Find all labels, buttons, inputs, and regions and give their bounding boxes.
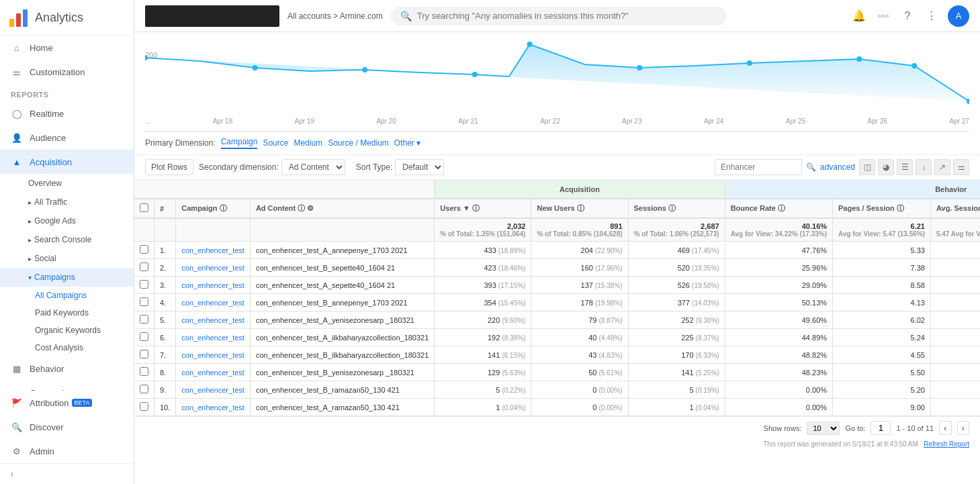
search-input[interactable] xyxy=(417,11,717,21)
dim-medium[interactable]: Medium xyxy=(294,138,322,148)
col-users[interactable]: Users ▼ ⓘ xyxy=(435,199,531,218)
col-campaign[interactable]: Campaign ⓘ xyxy=(176,199,251,218)
sidebar-item-search-console[interactable]: ▸Search Console xyxy=(0,230,134,249)
discover-label: Discover xyxy=(30,422,64,432)
apps-icon[interactable]: ◦◦◦ xyxy=(875,8,891,24)
notifications-icon[interactable]: 🔔 xyxy=(851,8,867,24)
row-checkbox[interactable] xyxy=(140,315,148,324)
row-num: 7. xyxy=(154,346,176,364)
sidebar-item-behavior[interactable]: ▩ Behavior xyxy=(0,356,134,381)
sidebar-item-social[interactable]: ▸Social xyxy=(0,249,134,268)
main-content: All accounts > Armine.com 🔍 🔔 ◦◦◦ ? ⋮ A … xyxy=(134,0,980,484)
enhancer-input[interactable] xyxy=(715,159,802,175)
col-settings-icon[interactable]: ⚙ xyxy=(307,204,314,212)
row-avg-duration: 00:02:33 xyxy=(930,364,980,381)
svg-rect-2 xyxy=(23,9,28,27)
row-campaign: con_enhencer_test xyxy=(176,294,251,311)
download-button[interactable]: ↓ xyxy=(916,159,932,175)
campaign-link[interactable]: con_enhencer_test xyxy=(181,334,244,342)
col-sessions[interactable]: Sessions ⓘ xyxy=(628,199,725,218)
sidebar-item-acquisition[interactable]: ▲ Acquisition xyxy=(0,150,134,174)
chart-x-label-4: Apr 21 xyxy=(458,117,478,125)
row-checkbox-cell xyxy=(134,329,154,346)
dim-source-medium[interactable]: Source / Medium xyxy=(328,138,389,148)
report-info-text: This report was generated on 5/18/21 at … xyxy=(763,440,924,448)
chart-svg xyxy=(145,38,969,118)
user-avatar[interactable]: A xyxy=(948,5,969,27)
share-button[interactable]: ↗ xyxy=(934,159,950,175)
col-pages-session[interactable]: Pages / Session ⓘ xyxy=(833,199,931,218)
sidebar-item-discover[interactable]: 🔍 Discover xyxy=(0,415,134,439)
col-ad-content[interactable]: Ad Content ⓘ ⚙ xyxy=(250,199,434,218)
row-checkbox[interactable] xyxy=(140,350,148,358)
plot-rows-button[interactable]: Plot Rows xyxy=(145,159,193,175)
row-checkbox[interactable] xyxy=(140,402,148,411)
list-view-button[interactable]: ☰ xyxy=(897,159,913,175)
table-row: 7. con_enhencer_test con_enhencer_test_B… xyxy=(134,346,980,364)
search-enhancer-icon[interactable]: 🔍 xyxy=(806,162,816,172)
columns-button[interactable]: ⚌ xyxy=(953,159,969,175)
row-checkbox[interactable] xyxy=(140,245,148,254)
secondary-dim-label: Secondary dimension: xyxy=(199,162,279,172)
sidebar-item-customization[interactable]: ⚌ Customization xyxy=(0,60,134,84)
sidebar-item-all-traffic[interactable]: ▸All Traffic xyxy=(0,193,134,211)
campaign-link[interactable]: con_enhencer_test xyxy=(181,299,244,307)
next-page-button[interactable]: › xyxy=(957,421,969,435)
sidebar-item-cost-analysis[interactable]: Cost Analysis xyxy=(0,339,134,356)
row-users: 129 (5.63%) xyxy=(435,364,531,381)
help-icon[interactable]: ? xyxy=(899,8,916,24)
account-selector[interactable] xyxy=(145,5,279,27)
sidebar-item-admin[interactable]: ⚙ Admin xyxy=(0,439,134,463)
row-adcontent: con_enhencer_test_A_sepette40_1604 21 xyxy=(250,277,434,294)
sidebar-item-google-ads[interactable]: ▸Google Ads xyxy=(0,211,134,230)
sidebar-item-conversions[interactable]: ✓ Conversions xyxy=(0,381,134,391)
row-checkbox[interactable] xyxy=(140,280,148,289)
sidebar-item-paid-keywords[interactable]: Paid Keywords xyxy=(0,304,134,322)
sidebar-item-overview[interactable]: Overview xyxy=(0,174,134,193)
col-avg-duration[interactable]: Avg. Session Duration ⓘ xyxy=(930,199,980,218)
sidebar-item-all-campaigns[interactable]: All Campaigns xyxy=(0,287,134,304)
svg-point-9 xyxy=(747,60,752,66)
row-checkbox[interactable] xyxy=(140,385,148,393)
sidebar-collapse-button[interactable]: ‹ xyxy=(0,463,134,484)
search-bar[interactable]: 🔍 xyxy=(391,7,727,26)
sidebar-item-organic-keywords[interactable]: Organic Keywords xyxy=(0,322,134,339)
campaign-link[interactable]: con_enhencer_test xyxy=(181,316,244,324)
sidebar-item-home[interactable]: ⌂ Home xyxy=(0,36,134,60)
sidebar-item-audience[interactable]: 👤 Audience xyxy=(0,126,134,150)
sidebar-item-attribution[interactable]: 🚩 Attribution BETA xyxy=(0,391,134,415)
campaign-link[interactable]: con_enhencer_test xyxy=(181,281,244,289)
grid-view-button[interactable]: ◫ xyxy=(859,159,875,175)
chart-view-button[interactable]: ◕ xyxy=(878,159,894,175)
col-new-users[interactable]: New Users ⓘ xyxy=(531,199,628,218)
refresh-report-link[interactable]: Refresh Report xyxy=(924,440,969,448)
sidebar-item-realtime[interactable]: ◯ Realtime xyxy=(0,101,134,126)
row-checkbox[interactable] xyxy=(140,297,148,306)
dim-other[interactable]: Other ▾ xyxy=(394,138,420,148)
previous-page-button[interactable]: ‹ xyxy=(939,421,951,435)
topbar: All accounts > Armine.com 🔍 🔔 ◦◦◦ ? ⋮ A xyxy=(134,0,980,32)
row-checkbox[interactable] xyxy=(140,332,148,341)
dim-source[interactable]: Source xyxy=(263,138,288,148)
campaign-link[interactable]: con_enhencer_test xyxy=(181,386,244,394)
row-checkbox[interactable] xyxy=(140,262,148,271)
campaign-link[interactable]: con_enhencer_test xyxy=(181,351,244,359)
sidebar-item-campaigns[interactable]: ▾Campaigns xyxy=(0,268,134,287)
dim-campaign[interactable]: Campaign xyxy=(221,137,258,149)
rows-per-page-select[interactable]: 10 25 50 100 xyxy=(807,422,840,435)
page-input[interactable] xyxy=(871,421,891,435)
row-bounce-rate: 0.00% xyxy=(725,381,832,399)
campaign-link[interactable]: con_enhencer_test xyxy=(181,246,244,254)
row-sessions: 377 (14.03%) xyxy=(628,294,725,311)
col-bounce-rate[interactable]: Bounce Rate ⓘ xyxy=(725,199,832,218)
sort-type-select[interactable]: Default xyxy=(395,159,444,175)
campaign-link[interactable]: con_enhencer_test xyxy=(181,264,244,272)
campaign-link[interactable]: con_enhencer_test xyxy=(181,369,244,377)
select-all-checkbox[interactable] xyxy=(140,203,148,212)
advanced-link[interactable]: advanced xyxy=(820,162,855,172)
campaign-link[interactable]: con_enhencer_test xyxy=(181,403,244,412)
secondary-dim-select[interactable]: Ad Content xyxy=(281,159,345,175)
row-adcontent: con_enhencer_test_A_ramazan50_130 421 xyxy=(250,399,434,416)
row-checkbox[interactable] xyxy=(140,367,148,376)
more-options-icon[interactable]: ⋮ xyxy=(924,8,940,24)
